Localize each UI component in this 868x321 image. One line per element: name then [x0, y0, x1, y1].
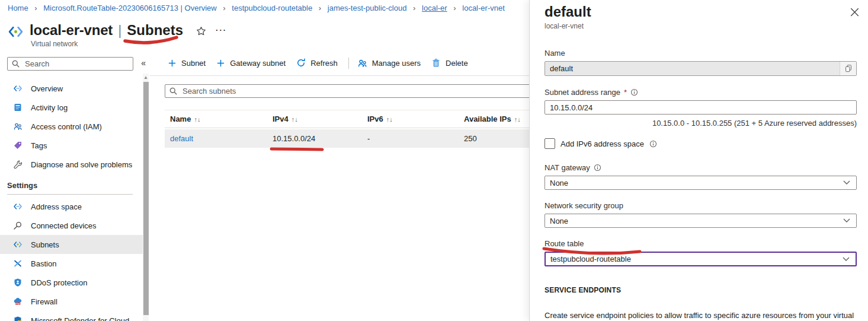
- collapse-sidebar-icon[interactable]: «: [141, 58, 146, 68]
- sidebar-item-activity-log[interactable]: Activity log: [0, 98, 143, 117]
- route-table-label: Route table: [544, 239, 857, 248]
- service-endpoints-text: Create service endpoint policies to allo…: [544, 311, 854, 321]
- column-header-ipv6[interactable]: IPv6↑↓: [362, 115, 459, 123]
- manage-users-icon: [357, 58, 367, 68]
- breadcrumb-home[interactable]: Home: [8, 4, 28, 12]
- sort-icon: ↑↓: [194, 116, 200, 123]
- scrollbar-thumb[interactable]: [143, 82, 149, 315]
- settings-divider: [7, 194, 133, 195]
- column-label: Name: [170, 115, 191, 123]
- sidebar-item-label: Microsoft Defender for Cloud: [31, 316, 129, 321]
- refresh-button[interactable]: Refresh: [296, 58, 338, 68]
- breadcrumb-local-er[interactable]: local-er: [422, 4, 447, 12]
- subnet-ipv4-value: 10.15.0.0/24: [267, 134, 362, 143]
- info-icon[interactable]: [630, 88, 638, 96]
- search-icon: [11, 59, 20, 68]
- nat-gateway-dropdown[interactable]: None: [544, 176, 857, 190]
- column-label: IPv6: [367, 115, 383, 123]
- sidebar-search[interactable]: [7, 57, 133, 71]
- column-label: IPv4: [273, 115, 289, 123]
- button-label: Subnet: [181, 59, 206, 68]
- sidebar-item-label: Access control (IAM): [31, 122, 102, 131]
- sidebar-item-address-space[interactable]: Address space: [0, 197, 143, 216]
- sidebar-item-access-control[interactable]: Access control (IAM): [0, 117, 143, 136]
- manage-users-button[interactable]: Manage users: [357, 58, 421, 68]
- table-row-default[interactable]: default 10.15.0.0/24 - 250: [165, 129, 565, 148]
- sidebar-item-label: Overview: [31, 84, 63, 93]
- breadcrumb-testpubcloud-routetable[interactable]: testpubcloud-routetable: [232, 4, 312, 12]
- delete-button[interactable]: Delete: [431, 58, 468, 68]
- breadcrumb-separator: ›: [453, 4, 456, 12]
- page-title: local-er-vnet: [30, 22, 113, 39]
- sidebar-item-diagnose[interactable]: Diagnose and solve problems: [0, 155, 143, 174]
- breadcrumb-routetable-overview[interactable]: Microsoft.RouteTable-20230606165713 | Ov…: [43, 4, 216, 12]
- service-endpoints-description: Create service endpoint policies to allo…: [544, 310, 857, 321]
- nat-gateway-value: None: [550, 179, 843, 187]
- nat-gateway-label: NAT gateway: [544, 163, 590, 172]
- subnets-icon: [13, 240, 23, 249]
- breadcrumb-james-test-public-cloud[interactable]: james-test-public-cloud: [328, 4, 407, 12]
- add-gateway-subnet-button[interactable]: Gateway subnet: [216, 59, 286, 68]
- copy-button[interactable]: [840, 62, 856, 75]
- ddos-shield-icon: [13, 278, 23, 287]
- subnet-detail-panel: default local-er-vnet Name Subnet addres…: [529, 0, 868, 321]
- info-icon[interactable]: [649, 140, 657, 148]
- command-bar-divider: [150, 75, 565, 76]
- subnet-range-input[interactable]: [544, 100, 857, 115]
- ipv6-checkbox[interactable]: [544, 138, 555, 149]
- sidebar-item-bastion[interactable]: Bastion: [0, 254, 143, 273]
- route-table-value: testpubcloud-routetable: [550, 255, 843, 263]
- refresh-icon: [296, 58, 306, 68]
- sidebar-item-defender[interactable]: Microsoft Defender for Cloud: [0, 311, 143, 321]
- chevron-down-icon: [843, 257, 850, 262]
- favorite-star-icon[interactable]: [196, 26, 206, 36]
- subnet-name-link[interactable]: default: [165, 134, 267, 143]
- subnet-search[interactable]: [165, 84, 565, 98]
- command-bar: Subnet Gateway subnet Refresh: [150, 52, 565, 74]
- sidebar-item-tags[interactable]: Tags: [0, 136, 143, 155]
- sidebar-scrollbar[interactable]: ▲: [143, 74, 149, 321]
- column-header-ipv4[interactable]: IPv4↑↓: [267, 115, 362, 123]
- plus-icon: [216, 59, 225, 68]
- button-label: Gateway subnet: [230, 59, 286, 68]
- sidebar-item-subnets[interactable]: Subnets: [0, 235, 143, 254]
- sidebar-item-overview[interactable]: Overview: [0, 79, 143, 98]
- access-control-icon: [13, 122, 23, 131]
- page-header: local-er-vnet | Subnets ··· Virtual netw…: [8, 20, 227, 48]
- copy-icon: [844, 64, 853, 73]
- panel-title: default: [544, 4, 857, 20]
- button-label: Manage users: [372, 59, 421, 68]
- sidebar-item-ddos-protection[interactable]: DDoS protection: [0, 273, 143, 292]
- activity-log-icon: [13, 103, 23, 112]
- subnet-range-label-row: Subnet address range *: [544, 88, 857, 97]
- add-subnet-button[interactable]: Subnet: [168, 59, 206, 68]
- route-table-dropdown[interactable]: testpubcloud-routetable: [544, 252, 857, 266]
- sidebar-item-label: Bastion: [31, 259, 56, 268]
- sidebar-item-firewall[interactable]: Firewall: [0, 292, 143, 311]
- breadcrumb: Home › Microsoft.RouteTable-202306061657…: [8, 4, 505, 12]
- subnet-search-input[interactable]: [181, 86, 560, 96]
- nsg-dropdown[interactable]: None: [544, 214, 857, 228]
- overview-icon: [13, 84, 23, 93]
- info-icon[interactable]: [594, 164, 601, 171]
- sidebar-item-label: Connected devices: [31, 221, 97, 230]
- column-header-name[interactable]: Name↑↓: [165, 115, 267, 123]
- name-input: [545, 63, 840, 74]
- sidebar-item-label: Firewall: [31, 297, 57, 306]
- sidebar-item-label: Diagnose and solve problems: [31, 160, 132, 169]
- sidebar-item-label: Address space: [31, 202, 82, 211]
- scrollbar-up-arrow[interactable]: ▲: [143, 74, 149, 81]
- firewall-icon: [13, 297, 23, 306]
- virtual-network-icon: [8, 24, 24, 40]
- sidebar-search-input[interactable]: [24, 59, 129, 69]
- name-field: [544, 61, 857, 76]
- sort-icon: ↑↓: [292, 116, 298, 123]
- sidebar-item-connected-devices[interactable]: Connected devices: [0, 216, 143, 235]
- close-icon[interactable]: [850, 8, 859, 17]
- sort-icon: ↑↓: [514, 116, 521, 123]
- azure-portal-page: Home › Microsoft.RouteTable-202306061657…: [0, 0, 868, 321]
- nsg-value: None: [550, 217, 843, 225]
- breadcrumb-local-er-vnet[interactable]: local-er-vnet: [462, 4, 505, 12]
- more-options-icon[interactable]: ···: [216, 26, 227, 34]
- name-label: Name: [544, 49, 857, 58]
